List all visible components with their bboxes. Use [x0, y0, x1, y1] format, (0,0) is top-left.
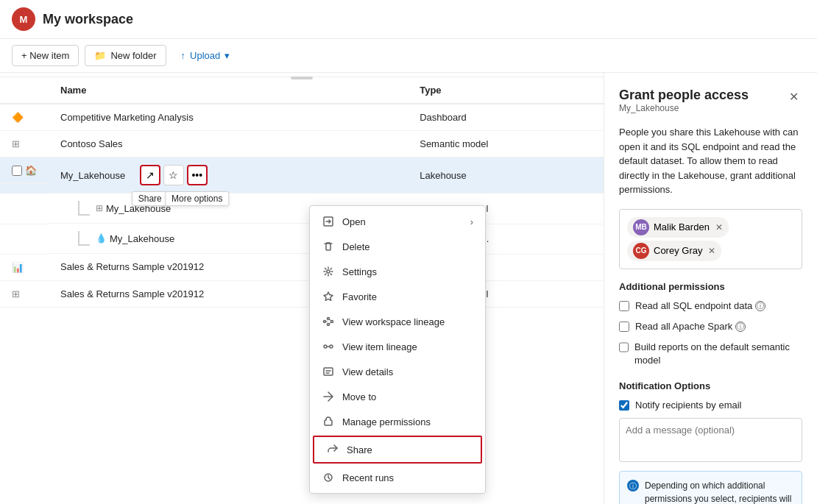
semantic-model-icon2: ⊞	[12, 288, 20, 299]
menu-item-share[interactable]: Share	[313, 436, 482, 464]
star-icon: ☆	[169, 169, 178, 181]
menu-item-delete[interactable]: Delete	[310, 234, 485, 259]
info-dot-icon: ⓘ	[627, 480, 639, 491]
perm1-label: Read all SQL endpoint data ⓘ	[635, 299, 765, 313]
permission-item-3: Build reports on the default semantic mo…	[619, 341, 802, 367]
person-tag-malik: MB Malik Barden ✕	[627, 217, 729, 238]
person-tag-corey: CG Corey Gray ✕	[627, 241, 721, 261]
main-area: Name Type 🔶 Competitive Marketing Analys…	[0, 73, 817, 504]
context-menu-overlay: Open › Delete Settings	[309, 205, 486, 494]
arrow-icon: ›	[470, 216, 473, 227]
table-row[interactable]: ⊞ Sales & Returns Sample v201912 Semanti…	[0, 280, 604, 307]
menu-item-item-lineage[interactable]: View item lineage	[310, 334, 485, 359]
row-checkbox[interactable]	[12, 166, 22, 176]
recent-runs-icon	[322, 471, 335, 484]
permissions-icon	[322, 415, 335, 428]
notify-checkbox-row: Notify recipients by email	[619, 399, 802, 412]
perm2-info-icon[interactable]: ⓘ	[735, 322, 746, 332]
panel-subtitle: My_Lakehouse	[619, 103, 749, 113]
folder-icon: 📁	[94, 50, 106, 61]
menu-item-move-to[interactable]: Move to	[310, 384, 485, 409]
sql-icon: 💧	[96, 233, 107, 244]
table-row[interactable]: ⊞ Contoso Sales Semantic model	[0, 131, 604, 157]
share-icon: ↗	[146, 169, 155, 181]
item-name: My_Lakehouse ↗ Share ☆	[49, 157, 408, 194]
menu-item-label: View item lineage	[342, 341, 417, 352]
menu-item-view-details[interactable]: View details	[310, 359, 485, 384]
col-name: Name	[49, 77, 408, 104]
lineage-icon	[322, 315, 335, 328]
item-type: Semantic model	[408, 131, 604, 157]
svg-rect-8	[324, 368, 333, 375]
svg-point-2	[324, 321, 326, 323]
semantic-model-icon: ⊞	[12, 138, 20, 149]
upload-icon: ↑	[181, 50, 186, 61]
menu-item-label: Manage permissions	[342, 416, 431, 427]
items-table: Name Type 🔶 Competitive Marketing Analys…	[0, 77, 604, 308]
more-options-tooltip-label: More options	[165, 191, 229, 206]
item-lineage-icon	[322, 340, 335, 353]
svg-point-3	[328, 318, 330, 320]
header: M My workspace	[0, 0, 817, 39]
delete-icon	[322, 240, 335, 253]
menu-item-open[interactable]: Open ›	[310, 209, 485, 234]
menu-item-favorite[interactable]: Favorite	[310, 284, 485, 309]
person-avatar-corey: CG	[633, 243, 649, 259]
item-name: Competitive Marketing Analysis	[49, 104, 408, 131]
table-row[interactable]: 🔶 Competitive Marketing Analysis Dashboa…	[0, 104, 604, 131]
svg-point-4	[328, 324, 330, 326]
menu-item-settings[interactable]: Settings	[310, 259, 485, 284]
menu-item-label: Recent runs	[342, 472, 394, 483]
menu-item-label: Favorite	[342, 291, 377, 302]
menu-item-manage-permissions[interactable]: Manage permissions	[310, 409, 485, 434]
notify-checkbox[interactable]	[619, 400, 629, 411]
settings-icon	[322, 265, 335, 278]
context-menu: Open › Delete Settings	[309, 205, 486, 494]
new-folder-button[interactable]: 📁 New folder	[85, 45, 166, 66]
menu-item-label: Open	[342, 216, 366, 227]
perm1-checkbox[interactable]	[619, 301, 629, 311]
upload-button[interactable]: ↑ Upload ▾	[172, 46, 239, 65]
new-item-button[interactable]: + New item	[12, 45, 79, 66]
item-type: Lakehouse	[408, 157, 604, 194]
panel-description: People you share this Lakehouse with can…	[619, 125, 802, 197]
remove-corey-button[interactable]: ✕	[708, 246, 715, 256]
svg-point-6	[324, 345, 327, 348]
lakehouse-icon: 🏠	[25, 165, 37, 176]
perm3-checkbox[interactable]	[619, 342, 629, 352]
info-text: Depending on which additional permission…	[645, 479, 794, 504]
person-name: Malik Barden	[654, 221, 710, 233]
col-type: Type	[408, 77, 604, 104]
perm3-label: Build reports on the default semantic mo…	[634, 341, 802, 367]
ellipsis-icon: •••	[191, 169, 202, 181]
table-row[interactable]: ⊞ My_Lakehouse Semantic model	[0, 194, 604, 224]
info-box: ⓘ Depending on which additional permissi…	[619, 471, 802, 504]
menu-item-label: Settings	[342, 266, 377, 277]
menu-item-recent-runs[interactable]: Recent runs	[310, 465, 485, 490]
share-menu-icon	[326, 443, 339, 456]
people-box: MB Malik Barden ✕ CG Corey Gray ✕	[619, 209, 802, 269]
avatar: M	[12, 7, 35, 31]
share-button[interactable]: ↗	[140, 165, 160, 185]
perm2-label: Read all Apache Spark ⓘ	[635, 320, 746, 333]
details-icon	[322, 365, 335, 378]
item-type: Dashboard	[408, 104, 604, 131]
remove-malik-button[interactable]: ✕	[715, 222, 723, 233]
table-row[interactable]: 📊 Sales & Returns Sample v201912 Report	[0, 254, 604, 280]
menu-item-label: Move to	[342, 391, 376, 402]
perm1-info-icon[interactable]: ⓘ	[755, 301, 765, 311]
perm2-checkbox[interactable]	[619, 322, 629, 332]
table-row[interactable]: 🏠 My_Lakehouse ↗ Share	[0, 157, 604, 194]
message-textarea[interactable]	[619, 418, 802, 462]
share-tooltip-label: Share	[132, 191, 169, 206]
person-name: Corey Gray	[654, 245, 702, 256]
table-row[interactable]: 💧 My_Lakehouse SQL analytics ...	[0, 224, 604, 254]
favorite-button[interactable]: ☆	[163, 165, 184, 185]
close-button[interactable]: ✕	[785, 88, 802, 105]
dashboard-icon: 🔶	[12, 112, 24, 123]
panel-title: Grant people access	[619, 88, 749, 103]
permission-item-2: Read all Apache Spark ⓘ	[619, 320, 802, 333]
menu-item-workspace-lineage[interactable]: View workspace lineage	[310, 309, 485, 334]
open-icon	[322, 215, 335, 228]
more-options-button[interactable]: •••	[187, 165, 208, 185]
